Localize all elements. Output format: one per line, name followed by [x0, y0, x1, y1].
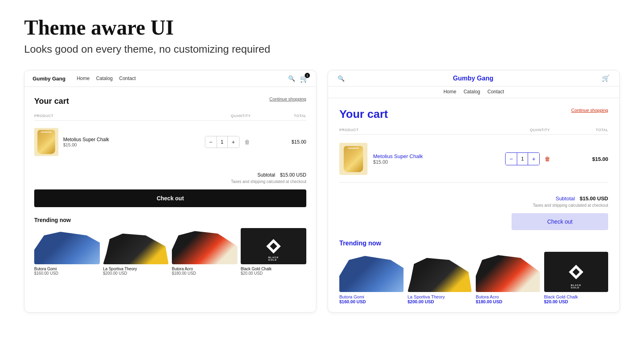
t1-nav-catalog[interactable]: Catalog	[96, 76, 113, 81]
t2-subtotal-value: $15.00 USD	[580, 195, 608, 202]
t1-product-chalk[interactable]: BLACKGOLD Black Gold Chalk $20.00 USD	[241, 228, 306, 276]
chalk-black-illustration: BLACKGOLD	[241, 228, 306, 264]
t1-gomi-name: Butora Gomi	[34, 267, 100, 271]
t1-product-sportiva[interactable]: La Sportiva Theory $200.00 USD	[103, 228, 169, 276]
t2-acro-name: Butora Acro	[476, 294, 540, 299]
t2-sportiva-image	[408, 252, 472, 292]
t1-nav-contact[interactable]: Contact	[119, 76, 136, 81]
black-diamond-icon	[266, 238, 282, 254]
t2-gomi-price: $160.00 USD	[339, 299, 404, 304]
t2-trending-section: Trending now Butora Gomi $160.00 USD	[339, 240, 608, 304]
t1-col-qty-label: QUANTITY	[200, 114, 282, 118]
t2-search-icon[interactable]: 🔍	[338, 75, 345, 82]
t2-delete-button[interactable]: 🗑	[543, 154, 552, 164]
t1-cart-icon[interactable]: 🛒 1	[300, 74, 308, 82]
t1-gomi-image	[34, 228, 100, 264]
t2-col-total-label: TOTAL	[580, 128, 608, 132]
t2-chalk-bag-illustration	[344, 146, 363, 172]
t1-checkout-button[interactable]: Check out	[34, 189, 306, 207]
t2-checkout-button[interactable]: Check out	[512, 213, 608, 230]
themes-row: Gumby Gang Home Catalog Contact 🔍 🛒 1 Yo…	[24, 70, 620, 313]
t1-subtotal-value: $15.00 USD	[280, 172, 306, 178]
t1-col-total-label: TOTAL	[282, 114, 306, 118]
t1-chalk-image: BLACKGOLD	[241, 228, 306, 264]
t2-black-diamond-icon	[568, 264, 584, 280]
t2-cart-icon[interactable]: 🛒	[602, 74, 610, 82]
chalk-brand-text: BLACKGOLD	[268, 256, 279, 261]
t1-trending-title: Trending now	[34, 217, 306, 223]
t1-qty-value: 1	[217, 136, 228, 148]
t1-nav-links: Home Catalog Contact	[77, 76, 136, 81]
t2-navbar-top: 🔍 Gumby Gang 🛒	[328, 70, 619, 86]
t2-header-cols: PRODUCT QUANTITY TOTAL	[339, 128, 608, 132]
t2-qty-value: 1	[517, 153, 528, 165]
t2-product-row: Metolius Super Chalk $15.00 − 1 + 🗑 $15.…	[339, 139, 608, 179]
t2-cart-header: Your cart Continue shopping	[339, 108, 608, 121]
t1-subtotal-label: Subtotal	[258, 172, 275, 178]
t1-nav-home[interactable]: Home	[77, 76, 90, 81]
t1-cart-header: Your cart Continue shopping	[34, 97, 306, 106]
t2-product-image	[339, 143, 367, 175]
t2-product-acro[interactable]: Butora Acro $180.00 USD	[476, 252, 540, 304]
t1-acro-name: Butora Acro	[172, 267, 237, 271]
t1-delete-button[interactable]: 🗑	[243, 137, 252, 147]
t2-nav-home[interactable]: Home	[444, 89, 456, 95]
t2-chalk-image: BLACKGOLD	[544, 252, 609, 292]
t1-nav-icons: 🔍 🛒 1	[288, 74, 308, 82]
t2-col-product-label: PRODUCT	[339, 128, 500, 132]
t2-product-price: $15.00	[373, 159, 473, 165]
t1-search-icon[interactable]: 🔍	[288, 75, 295, 82]
t1-acro-price: $180.00 USD	[172, 271, 237, 276]
page-title: Theme aware UI	[24, 16, 620, 39]
chalk-bag-illustration	[37, 130, 55, 154]
t2-sportiva-name: La Sportiva Theory	[408, 294, 472, 299]
t2-qty-minus[interactable]: −	[506, 153, 517, 165]
t2-chalk-brand-text: BLACKGOLD	[571, 284, 581, 289]
t2-summary: Subtotal $15.00 USD Taxes and shipping c…	[339, 191, 608, 230]
t2-trending-title: Trending now	[339, 240, 608, 247]
t2-qty-control: − 1 +	[505, 152, 540, 165]
t1-col-product-label: PRODUCT	[34, 114, 200, 118]
t1-qty-minus[interactable]: −	[205, 136, 217, 148]
t1-subtotal-row: Subtotal $15.00 USD	[34, 172, 306, 178]
t2-product-chalk[interactable]: BLACKGOLD Black Gold Chalk $20.00 USD	[544, 252, 609, 304]
t1-chalk-name: Black Gold Chalk	[241, 267, 306, 271]
theme-card-2: 🔍 Gumby Gang 🛒 Home Catalog Contact Your…	[328, 70, 620, 313]
t1-product-info: Metolius Super Chalk $15.00	[63, 137, 170, 147]
t2-shoe-acro-illustration	[476, 252, 540, 292]
t1-table-header: PRODUCT QUANTITY TOTAL	[34, 112, 306, 121]
t2-table-header: PRODUCT QUANTITY TOTAL	[339, 126, 608, 135]
t2-product-total: $15.00	[584, 156, 608, 162]
t1-product-total: $15.00	[286, 139, 306, 145]
shoe-gomi-illustration	[34, 228, 100, 264]
t1-header-cols: PRODUCT QUANTITY TOTAL	[34, 114, 306, 118]
t1-product-gomi[interactable]: Butora Gomi $160.00 USD	[34, 228, 100, 276]
t1-products-grid: Butora Gomi $160.00 USD La Sportiva Theo…	[34, 228, 306, 276]
t2-product-gomi[interactable]: Butora Gomi $160.00 USD	[339, 252, 404, 304]
t1-navbar: Gumby Gang Home Catalog Contact 🔍 🛒 1	[25, 70, 316, 87]
t2-product-sportiva[interactable]: La Sportiva Theory $200.00 USD	[408, 252, 472, 304]
t1-continue-shopping[interactable]: Continue shopping	[269, 97, 306, 101]
t1-product-image	[34, 128, 58, 156]
t2-qty-plus[interactable]: +	[528, 153, 539, 165]
t2-product-name: Metolius Super Chalk	[373, 153, 473, 159]
t1-cart-title: Your cart	[34, 97, 69, 106]
shoe-sportiva-illustration	[103, 228, 169, 264]
theme-card-1: Gumby Gang Home Catalog Contact 🔍 🛒 1 Yo…	[24, 70, 316, 313]
t2-shoe-sportiva-illustration	[408, 252, 472, 292]
shoe-acro-illustration	[172, 228, 237, 264]
t1-body: Your cart Continue shopping PRODUCT QUAN…	[25, 87, 316, 284]
t2-nav-catalog[interactable]: Catalog	[464, 89, 480, 95]
t1-qty-plus[interactable]: +	[228, 136, 239, 148]
t2-body: Your cart Continue shopping PRODUCT QUAN…	[328, 98, 619, 312]
t1-gomi-price: $160.00 USD	[34, 271, 100, 276]
t1-product-acro[interactable]: Butora Acro $180.00 USD	[172, 228, 237, 276]
t2-brand: Gumby Gang	[345, 75, 602, 82]
t2-cart-title: Your cart	[339, 108, 388, 121]
t2-chalk-price: $20.00 USD	[544, 299, 609, 304]
t2-continue-shopping[interactable]: Continue shopping	[571, 108, 608, 113]
t2-subtotal-row: Subtotal $15.00 USD	[339, 195, 608, 202]
t1-cart-badge: 1	[305, 73, 310, 78]
t2-nav-contact[interactable]: Contact	[487, 89, 504, 95]
t1-product-row: Metolius Super Chalk $15.00 − 1 + 🗑 $15.…	[34, 125, 306, 159]
